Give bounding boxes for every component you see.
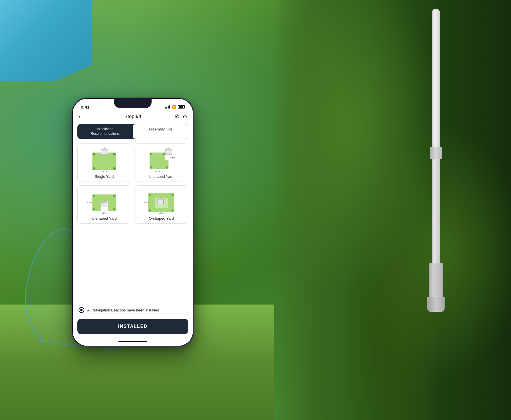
radio-button[interactable] (79, 307, 84, 313)
phone-notch (114, 98, 152, 108)
l-shaped-yard-label: L-shaped Yard (149, 174, 174, 179)
beacon-confirmation-text: All Navigation Beacons have been install… (87, 308, 159, 312)
tab-assembly-tips[interactable]: Assembly Tips (133, 124, 188, 139)
home-indicator (118, 341, 147, 342)
svg-text:<45m: <45m (159, 212, 164, 214)
hedge (274, 0, 511, 420)
svg-text:<45m: <45m (144, 201, 149, 204)
svg-point-13 (113, 167, 116, 170)
u-shaped-yard-label: U-shaped Yard (92, 216, 117, 221)
pool (0, 0, 92, 81)
status-icons: 📶 (165, 105, 185, 109)
single-yard-label: Single Yard (95, 174, 114, 179)
screen-content: 9:41 📶 (73, 99, 193, 346)
svg-rect-3 (92, 153, 116, 170)
nav-bar: ‹ Step3/4 ✆ ⊙ (73, 113, 193, 122)
svg-text:<45m: <45m (87, 201, 92, 204)
svg-marker-15 (150, 153, 168, 169)
svg-point-21 (166, 166, 168, 169)
yard-grid: <45m Single Yard (73, 142, 193, 225)
back-button[interactable]: ‹ (79, 113, 81, 120)
svg-point-19 (163, 153, 165, 155)
svg-text:<45m: <45m (170, 157, 175, 159)
o-shaped-yard-label: O-shaped Yard (149, 216, 174, 221)
yard-card-single[interactable]: <45m Single Yard (77, 143, 131, 182)
wifi-icon: 📶 (172, 105, 176, 109)
svg-point-20 (150, 166, 152, 169)
o-shaped-yard-svg: <45m <45m (138, 188, 185, 214)
u-shaped-yard-svg: <45m <45m (81, 188, 128, 214)
svg-point-30 (113, 208, 115, 210)
l-shaped-yard-svg: <45m <45m (138, 147, 185, 173)
svg-point-27 (93, 195, 95, 197)
yard-card-u-shaped[interactable]: <45m <45m U-shaped Yard (77, 185, 131, 224)
tab-installation-recommendations[interactable]: Installation Recommendations (77, 124, 133, 139)
svg-point-29 (93, 208, 95, 210)
svg-point-28 (113, 195, 115, 197)
install-button[interactable]: INSTALLED (77, 319, 188, 334)
yard-diagram-u-shaped: <45m <45m (81, 188, 128, 214)
yard-diagram-l-shaped: <45m <45m (138, 147, 185, 173)
pole-base-section (429, 263, 443, 297)
yard-diagram-o-shaped: <45m <45m (138, 188, 185, 214)
status-time: 9:41 (81, 104, 89, 109)
pole-mid-section (432, 159, 440, 263)
location-icon[interactable]: ⊙ (183, 113, 187, 120)
radio-inner (80, 309, 83, 311)
phone-screen: 9:41 📶 (73, 99, 193, 346)
tab-container: Installation Recommendations Assembly Ti… (77, 124, 188, 139)
svg-point-38 (171, 194, 174, 196)
svg-point-40 (171, 209, 174, 212)
svg-point-37 (149, 194, 151, 196)
pole-top-section (432, 9, 440, 147)
beacon-confirmation-row: All Navigation Beacons have been install… (73, 303, 193, 318)
hand-phone-area: 9:41 📶 (23, 81, 219, 398)
svg-marker-17 (165, 148, 172, 150)
phone-frame: 9:41 📶 (72, 98, 193, 346)
yard-card-o-shaped[interactable]: <45m <45m O-shaped Yard (135, 185, 188, 224)
svg-rect-25 (101, 202, 107, 207)
single-yard-svg: <45m (81, 147, 128, 173)
svg-point-12 (93, 167, 96, 170)
svg-rect-16 (165, 150, 172, 155)
svg-point-10 (93, 153, 96, 156)
battery-icon (178, 105, 185, 109)
hedge-overlay (274, 0, 511, 420)
pole-foot (427, 297, 445, 312)
phone-icon[interactable]: ✆ (175, 113, 179, 120)
svg-marker-5 (101, 148, 108, 150)
svg-text:<45m: <45m (102, 170, 107, 172)
yard-card-l-shaped[interactable]: <45m <45m L-shaped Yard (135, 143, 188, 182)
svg-point-18 (150, 153, 152, 155)
nav-icons: ✆ ⊙ (175, 113, 187, 120)
yard-diagram-single: <45m (81, 147, 128, 173)
pole-connector (430, 147, 442, 159)
svg-text:<45m: <45m (102, 212, 107, 214)
svg-point-11 (113, 153, 116, 156)
svg-text:<45m: <45m (155, 170, 160, 172)
svg-point-39 (149, 209, 151, 212)
nav-title: Step3/4 (124, 114, 141, 120)
svg-rect-4 (101, 150, 108, 155)
signal-icon (165, 105, 170, 109)
svg-rect-35 (157, 199, 163, 204)
beacon-pole (427, 9, 445, 355)
